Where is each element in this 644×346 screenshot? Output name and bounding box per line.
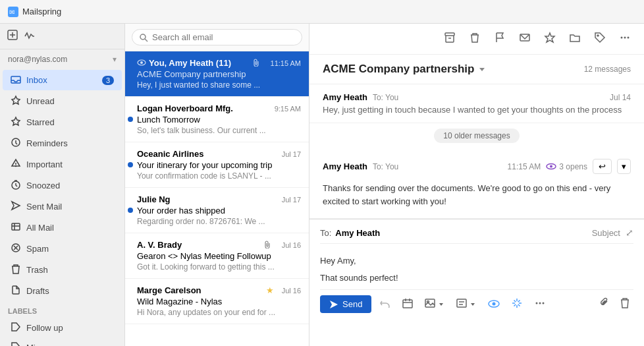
email-date: Jul 16 xyxy=(282,287,301,295)
sidebar-item-starred[interactable]: Starred xyxy=(3,112,122,132)
sidebar-item-important[interactable]: Important xyxy=(3,154,122,175)
svg-point-11 xyxy=(16,166,16,167)
sidebar-label-inbox: Inbox xyxy=(26,75,97,85)
trash-compose-button[interactable] xyxy=(616,295,633,313)
thread-title-chevron xyxy=(478,65,486,73)
sidebar-label-trash: Trash xyxy=(26,265,114,275)
svg-point-30 xyxy=(624,37,626,39)
flag-button[interactable] xyxy=(491,29,508,49)
sidebar: nora@nylas.com ▾ Inbox3UnreadStarredRemi… xyxy=(0,24,125,346)
email-list-item[interactable]: Julie NgJul 17Your order has shippedRega… xyxy=(125,188,309,233)
compose-toolbar: Send xyxy=(320,289,633,313)
sidebar-item-drafts[interactable]: Drafts xyxy=(3,281,122,301)
search-input[interactable] xyxy=(152,32,295,42)
folder-button[interactable] xyxy=(566,29,583,49)
svg-point-23 xyxy=(140,61,143,64)
email-item-header: Oceanic AirlinesJul 17 xyxy=(137,149,301,159)
expand-button[interactable]: ▾ xyxy=(617,159,631,174)
format-button[interactable] xyxy=(453,297,479,312)
spam-icon xyxy=(11,243,21,255)
svg-marker-13 xyxy=(12,202,20,210)
svg-rect-43 xyxy=(457,299,466,307)
older-messages-button[interactable]: 10 older messages xyxy=(434,129,519,143)
email-eye-icon xyxy=(137,59,146,68)
email-list-item[interactable]: You, Amy Heath (11)11:15 AMACME Company … xyxy=(125,51,309,97)
sidebar-item-sent[interactable]: Sent Mail xyxy=(3,196,122,217)
email-subject: Your order has shipped xyxy=(137,206,301,216)
svg-rect-24 xyxy=(445,33,454,36)
compose-right-tools xyxy=(595,295,633,313)
msg-time: 11:15 AM xyxy=(508,162,541,171)
search-box[interactable] xyxy=(132,29,302,45)
email-sender: You, Amy Heath (11) xyxy=(149,58,254,68)
sidebar-label-item-misc[interactable]: Misc xyxy=(3,338,122,346)
email-list-item[interactable]: Logan Hoverboard Mfg.9:15 AMLunch Tomorr… xyxy=(125,97,309,142)
sidebar-item-inbox[interactable]: Inbox3 xyxy=(3,70,122,90)
attach-button[interactable] xyxy=(595,295,612,313)
compose-expand-button[interactable]: ⤢ xyxy=(626,227,633,238)
compose-body[interactable]: Hey Amy, That sounds perfect! xyxy=(320,249,633,289)
msg-date-collapsed: Jul 14 xyxy=(610,93,631,102)
svg-point-34 xyxy=(550,165,552,168)
sidebar-label-item-followup[interactable]: Follow up xyxy=(3,318,122,337)
sidebar-label-starred: Starred xyxy=(26,117,114,127)
label-icon-misc xyxy=(11,342,21,346)
format-icon xyxy=(456,299,467,308)
dropdown-arrow-icon xyxy=(438,301,444,308)
sidebar-item-unread[interactable]: Unread xyxy=(3,91,122,111)
tag-button[interactable] xyxy=(591,29,608,49)
label-icon-followup xyxy=(11,322,21,333)
dropdown-arrow2-icon xyxy=(470,301,476,308)
email-list-item[interactable]: Marge Carelson★Jul 16Wild Magazine - Nyl… xyxy=(125,279,309,324)
email-subject: ACME Company partnership xyxy=(137,69,301,79)
schedule-button[interactable] xyxy=(399,296,416,312)
email-list-item[interactable]: Oceanic AirlinesJul 17Your itinerary for… xyxy=(125,142,309,188)
image-button[interactable] xyxy=(421,297,448,312)
email-preview: Hi Nora, any updates on your end for ... xyxy=(137,308,301,317)
sparkle-button[interactable] xyxy=(508,296,525,312)
unread-indicator xyxy=(128,162,133,167)
star-button[interactable] xyxy=(541,29,558,49)
thread-message-count: 12 messages xyxy=(584,65,631,74)
activity-icon xyxy=(24,30,36,42)
sidebar-item-spam[interactable]: Spam xyxy=(3,239,122,259)
compose-button[interactable] xyxy=(7,29,18,43)
sidebar-item-snoozed[interactable]: Snoozed xyxy=(3,175,122,196)
more-dots-icon xyxy=(534,299,546,308)
email-date: 11:15 AM xyxy=(271,59,301,67)
svg-marker-7 xyxy=(12,117,20,125)
main-content: ACME Company partnership 12 messages Amy… xyxy=(309,24,644,346)
eye-track-button[interactable] xyxy=(485,297,503,312)
undo-icon xyxy=(380,299,390,308)
email-date: Jul 16 xyxy=(282,241,301,249)
collapsed-message[interactable]: Amy Heath To: You Jul 14 Hey, just getti… xyxy=(309,84,644,123)
sidebar-toolbar xyxy=(0,24,124,49)
image-icon xyxy=(425,299,435,308)
sidebar-item-trash[interactable]: Trash xyxy=(3,260,122,280)
all-icon xyxy=(11,221,21,234)
more-button[interactable] xyxy=(616,29,633,49)
email-preview: Hey, I just wanted to share some ... xyxy=(137,80,301,90)
send-button[interactable]: Send xyxy=(320,295,371,313)
more-compose-button[interactable] xyxy=(531,297,549,312)
older-messages-divider: 10 older messages xyxy=(309,123,644,148)
app-icon: ✉ xyxy=(8,7,18,17)
send-icon xyxy=(329,300,338,309)
email-subject: Lunch Tomorrow xyxy=(137,115,301,125)
sidebar-item-all[interactable]: All Mail xyxy=(3,217,122,238)
compose-recipient[interactable]: Amy Heath xyxy=(335,228,591,238)
titlebar: ✉ Mailspring xyxy=(0,0,644,24)
discard-button[interactable] xyxy=(377,297,394,312)
tracking-eye-icon xyxy=(488,300,500,308)
mail-button[interactable] xyxy=(516,29,533,49)
sidebar-item-reminders[interactable]: Reminders xyxy=(3,133,122,154)
email-subject: Gearon <> Nylas Meeting Followup xyxy=(137,251,301,261)
compose-area: To: Amy Heath Subject ⤢ Hey Amy, That so… xyxy=(309,219,644,321)
archive-button[interactable] xyxy=(441,29,458,49)
email-item-header: Logan Hoverboard Mfg.9:15 AM xyxy=(137,103,301,113)
reply-button[interactable]: ↩ xyxy=(593,159,612,174)
sent-icon xyxy=(11,200,21,213)
email-list-item[interactable]: A. V. BradyJul 16Gearon <> Nylas Meeting… xyxy=(125,233,309,279)
msg-to-collapsed: To: You xyxy=(373,93,398,102)
trash-button[interactable] xyxy=(466,29,483,49)
